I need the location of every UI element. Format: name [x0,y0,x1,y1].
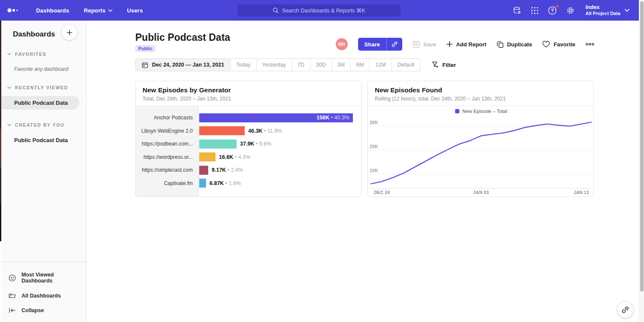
legend-swatch [455,109,459,113]
save-icon [413,41,420,48]
date-range-control: Dec 24, 2020 — Jan 13, 2021 Today Yester… [135,58,420,71]
nav-users[interactable]: Users [127,7,143,14]
collapse-icon [9,307,16,313]
chevron-down-icon [7,86,11,89]
sidebar-item-public-podcast-data[interactable]: Public Podcast Data [1,96,79,109]
nav-dashboards[interactable]: Dashboards [36,7,69,14]
nav-reports[interactable]: Reports [84,7,112,14]
bar-segment[interactable] [199,126,245,135]
line-chart-plot [371,115,592,188]
plus-icon [447,41,453,47]
bar-segment[interactable] [199,140,237,149]
legend-label: New Episode – Total [462,109,507,114]
bar-value-label: 37.9K • 9.8% [240,141,271,147]
line-chart-subtitle: Rolling (12 hours), total, Dec 24th, 202… [375,96,586,102]
duplicate-button[interactable]: Duplicate [497,41,532,48]
bar-row: Captivate.fm6.87K • 1.8% [136,177,361,190]
chevron-down-icon [7,53,11,55]
preset-12m[interactable]: 12M [369,59,391,71]
chart-legend: New Episode – Total [368,109,594,114]
chevron-down-icon [625,9,629,12]
search-input[interactable]: Search Dashboards & Reports ⌘K [237,4,401,16]
top-navigation-bar: Dashboards Reports Users Search Dashboar… [0,0,639,21]
line-series[interactable] [371,122,592,184]
bar-row: Anchor Podcasts156K • 40.3% [136,111,361,125]
floating-link-button[interactable] [617,302,633,318]
sidebar-section-created-by-you[interactable]: CREATED BY YOU [1,122,86,128]
date-range-button[interactable]: Dec 24, 2020 — Jan 13, 2021 [136,59,230,71]
bar-row: Libsyn WebEngine 2.046.3K • 11.9% [136,125,361,138]
bar-category-label: Captivate.fm [136,180,199,186]
project-name: Index [586,4,620,11]
bar-value-label: 156K • 40.3% [316,113,349,122]
bar-value-label: 46.3K • 11.9% [248,128,282,134]
preset-yesterday[interactable]: Yesterday [256,59,292,71]
y-axis-tick-label: 10K [370,168,378,173]
line-chart-title: New Episodes Found [375,86,586,94]
link-icon [621,306,629,314]
filter-funnel-icon [432,61,439,68]
save-button[interactable]: Save [413,41,436,48]
line-chart-card: New Episodes Found Rolling (12 hours), t… [368,81,594,197]
page-scrollbar [639,0,644,322]
x-axis-tick-label: JAN 03 [473,190,489,195]
preset-6m[interactable]: 6M [350,59,369,71]
preset-default[interactable]: Default [392,59,420,71]
x-axis-tick-label: JAN 13 [574,190,589,195]
preset-today[interactable]: Today [230,59,256,71]
share-link-icon[interactable] [386,38,402,51]
data-management-icon[interactable] [513,6,522,15]
preset-30d[interactable]: 30D [310,59,331,71]
project-switcher[interactable]: Index All Project Data [586,4,629,16]
sidebar-section-recently-viewed[interactable]: RECENTLY VIEWED [1,85,86,90]
main-content: Public Podcast Data Public RH Share Save… [87,21,639,322]
bar-value-label: 6.87K • 1.8% [210,180,241,186]
favorites-empty-text: Favorite any dashboard [1,66,86,72]
avatar[interactable]: RH [336,38,348,50]
bar-segment[interactable] [199,152,216,161]
bar-category-label: https://podbean.com... [136,141,199,147]
bar-row: https://podbean.com...37.9K • 9.8% [136,137,361,151]
bar-value-label: 16.6K • 4.3% [219,154,250,160]
more-options-button[interactable] [586,43,594,46]
all-dashboards-button[interactable]: All Dashboards [1,288,86,303]
bar-segment[interactable]: 156K • 40.3% [199,113,353,122]
add-report-button[interactable]: Add Report [447,41,486,48]
bar-segment[interactable] [199,179,206,188]
bar-segment[interactable] [199,166,208,175]
most-viewed-dashboards-button[interactable]: Most Viewed Dashboards [1,267,86,288]
preset-7d[interactable]: 7D [292,59,310,71]
filter-button[interactable]: Filter [432,61,456,68]
y-axis-tick-label: 30K [370,120,378,125]
sidebar-section-favorites[interactable]: FAVORITES [1,52,86,57]
collapse-sidebar-button[interactable]: Collapse [1,303,86,318]
apps-grid-icon[interactable] [531,6,539,15]
bar-category-label: Anchor Podcasts [136,115,199,121]
bar-category-label: https://wordpress.or... [136,154,199,160]
bar-row: https://wordpress.or...16.6K • 4.3% [136,151,361,164]
search-placeholder: Search Dashboards & Reports ⌘K [282,7,365,14]
bar-value-label: 9.17K • 2.4% [212,167,243,173]
settings-gear-icon[interactable] [566,6,575,15]
search-icon [273,7,279,13]
add-dashboard-button[interactable] [62,25,77,40]
help-icon[interactable]: ? [548,6,557,15]
date-toolbar: Dec 24, 2020 — Jan 13, 2021 Today Yester… [135,58,456,71]
sidebar-item-public-podcast-data-created[interactable]: Public Podcast Data [1,134,86,147]
bar-chart-subtitle: Total, Dec 24th, 2020 – Jan 13th, 2021 [143,96,354,102]
share-button[interactable]: Share [358,38,402,51]
favorite-button[interactable]: Favorite [542,41,575,48]
x-axis-tick-label: DEC 24 [374,190,390,195]
bar-chart-card: New Episodes by Generator Total, Dec 24t… [135,81,361,197]
bar-category-label: Libsyn WebEngine 2.0 [136,128,199,134]
heart-icon [542,41,550,48]
preset-3m[interactable]: 3M [331,59,350,71]
scrollbar-thumb[interactable] [640,1,644,292]
page-title: Public Podcast Data [135,32,230,43]
notification-badge [555,4,559,8]
folder-icon [9,292,16,299]
app-logo-icon[interactable] [7,7,21,13]
ellipsis-icon [586,43,594,46]
bar-chart-plot: Anchor Podcasts156K • 40.3%Libsyn WebEng… [136,106,361,197]
chevron-down-icon [7,124,11,126]
